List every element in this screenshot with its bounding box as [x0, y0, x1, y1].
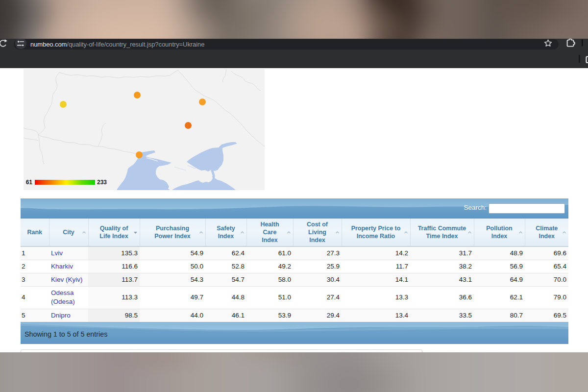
svg-text:61: 61 — [26, 179, 33, 186]
svg-text:233: 233 — [97, 179, 107, 186]
